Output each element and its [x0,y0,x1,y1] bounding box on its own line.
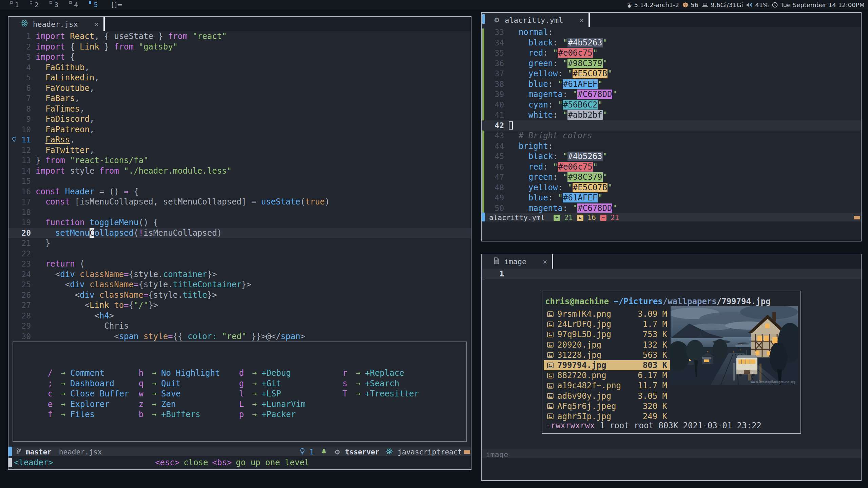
workspace-4[interactable]: 4 [64,1,83,9]
image-file-icon [547,363,557,368]
unfocused-cursor [509,121,513,130]
tiling-layout-indicator[interactable]: []= [111,1,123,8]
react-icon [21,20,28,28]
file-size: 132 K [630,340,667,350]
binding-key: f [44,409,56,420]
code-line: 18 [8,207,471,218]
file-row[interactable]: AFq5r6j.jpeg320 K [544,401,670,411]
statusline-filename: header.jsx [59,448,102,456]
line-number: 33 [493,27,509,38]
file-row[interactable]: aghr5Ip.jpg249 K [544,411,670,422]
binding-label: Files [70,409,95,420]
packages-segment: 56 [682,1,698,8]
cmdline-alacritty [482,221,861,241]
line-number: 42 [493,120,509,131]
code-editor-image[interactable]: 1 [482,269,861,279]
file-name: aghr5Ip.jpg [557,412,630,421]
color-swatch: #61AFEF [563,193,598,202]
code-editor-left[interactable]: 1import React, { useState } from "react"… [8,31,471,342]
code-line: 36 green: "#98C379" [482,58,861,69]
which-key-binding: T→+Treesitter [339,389,419,399]
tab-header-jsx[interactable]: header.jsx × [8,17,103,31]
code-line: 6 FaYoutube, [8,83,471,94]
line-number: 43 [493,131,509,141]
color-swatch: #56B6C2 [563,100,598,110]
tab-close-button[interactable]: × [94,20,98,28]
workspace-1[interactable]: 1 [5,1,24,9]
tab-close-button[interactable]: × [579,16,584,24]
arrow-icon: → [247,409,262,420]
file-row[interactable]: ad6v90y.jpg3.05 M [544,391,670,401]
code-line: 30 <span style={{ color: "red" }}>@</spa… [8,331,471,342]
binding-label: Dashboard [70,378,114,389]
desktop: 12345 []= 5.14.2-arch1-2 56 9.6Gi/31Gi 4… [0,0,868,488]
top-status-bar: 12345 []= 5.14.2-arch1-2 56 9.6Gi/31Gi 4… [0,0,868,9]
binding-key: p [236,409,247,420]
file-row[interactable]: 31228.jpg563 K [544,350,670,360]
line-number: 2 [20,42,36,52]
code-line: 5 FaLinkedin, [8,73,471,83]
line-number: 41 [493,110,509,120]
cmdline-left: <leader> <esc> close <bs> go up one leve… [8,456,471,469]
file-row[interactable]: 9rsmTK4.png3.09 M [544,309,670,319]
code-line: 25 <div className={style.titleContainer}… [8,279,471,290]
code-line: 34 black: "#4b5263" [482,38,861,48]
binding-label: +Packer [262,409,296,420]
file-name: 97q9L5D.jpg [557,330,630,339]
status-segments: 5.14.2-arch1-2 56 9.6Gi/31Gi 41% Tue Sep… [627,1,868,8]
tab-alacritty-yml[interactable]: ⚙ alacritty.yml × [482,13,589,27]
arrow-icon: → [56,368,70,378]
git-changed-icon [577,215,583,221]
file-row[interactable]: 799794.jpg803 K [544,360,670,370]
file-row[interactable]: 20920.jpg132 K [544,340,670,350]
line-number: 15 [20,176,36,187]
file-name: ad6v90y.jpg [557,391,630,401]
tab-image[interactable]: image × [482,254,552,269]
code-line: 22 [8,249,471,259]
file-row[interactable]: 97q9L5D.jpg753 K [544,329,670,339]
preview-watermark: www.DesktopBackground.org [750,380,795,384]
file-name: 799794.jpg [557,360,630,370]
binding-key: z [135,399,147,410]
arrow-icon: → [147,389,161,399]
which-key-binding: h→No Highlight [135,368,220,378]
code-line: 33 normal: [482,27,861,38]
binding-label: Explorer [70,399,110,410]
file-list: 9rsmTK4.png3.09 M24LrDFQ.jpg1.7 M97q9L5D… [544,309,670,422]
arrow-icon: → [147,399,161,410]
which-key-binding: /→Comment [44,368,129,378]
which-key-hint: <esc> close <bs> go up one level [155,458,309,467]
cmdline-image [482,458,861,480]
color-swatch: #E5C07B [573,69,607,78]
arrow-icon: → [56,389,70,399]
file-name: 882720.png [557,371,630,380]
tab-close-button[interactable]: × [543,257,547,266]
line-number: 40 [493,100,509,110]
code-line: 10 FaPatreon, [8,124,471,135]
workspace-2[interactable]: 2 [24,1,44,9]
workspace-3[interactable]: 3 [44,1,64,9]
file-row[interactable]: a19c482f~.png11.7 M [544,380,670,391]
file-row[interactable]: 882720.png6.17 M [544,370,670,380]
code-line: 48 yellow: "#E5C07B" [482,182,861,193]
bs-key-label: go up one level [236,458,309,467]
workspace-5[interactable]: 5 [83,1,103,9]
binding-key: q [135,378,147,389]
line-number: 18 [20,207,36,218]
binding-key: c [44,389,56,399]
file-row[interactable]: 24LrDFQ.jpg1.7 M [544,319,670,329]
line-number: 26 [20,290,36,300]
path-dir: /wallpapers [663,297,717,306]
file-size: 3.09 M [630,309,667,319]
line-number: 24 [20,269,36,280]
which-key-binding: e→Explorer [44,399,129,410]
line-number: 3 [20,52,36,62]
file-icon [494,257,499,266]
diagnostic-count: 1 [310,448,314,456]
code-line: 44 bright: [482,141,861,152]
code-line: 24 <div className={style.container}> [8,269,471,280]
code-editor-alacritty[interactable]: 33 normal:34 black: "#4b5263"35 red: "#e… [482,27,861,213]
tab-label: header.jsx [33,20,78,28]
binding-label: +LunarVim [262,399,306,410]
speaker-icon [746,2,753,7]
